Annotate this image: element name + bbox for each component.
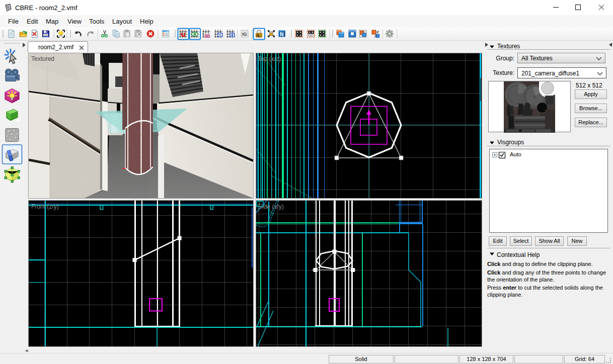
svg-text:tL: tL: [257, 33, 260, 38]
svg-text:N: N: [280, 31, 284, 37]
svg-text:IG: IG: [242, 32, 247, 37]
svg-text:Side (x/y): Side (x/y): [258, 203, 284, 210]
svg-text:Textured: Textured: [31, 55, 54, 62]
svg-text:3D: 3D: [204, 34, 210, 39]
svg-text:Top (x/z): Top (x/z): [258, 55, 281, 62]
svg-text:Front (z/y): Front (z/y): [31, 203, 59, 210]
